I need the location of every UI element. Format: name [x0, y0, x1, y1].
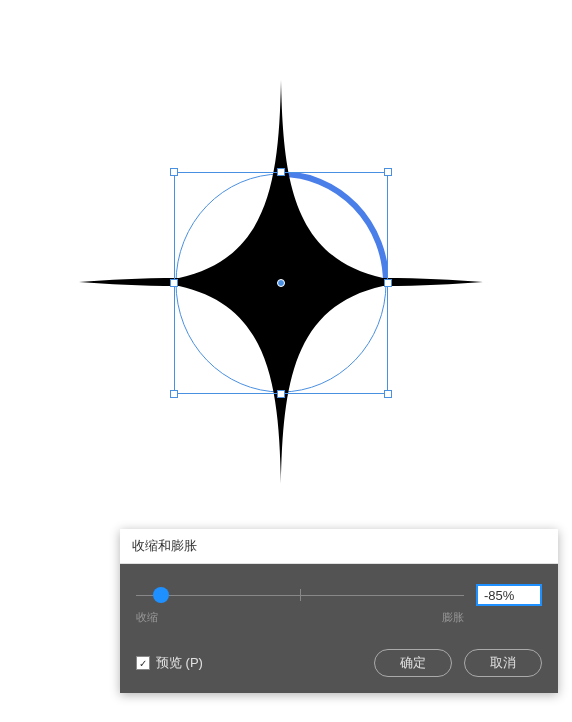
- slider-thumb[interactable]: [153, 587, 169, 603]
- resize-handle-middle-right[interactable]: [384, 279, 392, 287]
- resize-handle-bottom-right[interactable]: [384, 390, 392, 398]
- center-point[interactable]: [277, 279, 285, 287]
- resize-handle-top-left[interactable]: [170, 168, 178, 176]
- resize-handle-top-right[interactable]: [384, 168, 392, 176]
- button-row: ✓ 预览 (P) 确定 取消: [136, 649, 542, 677]
- slider-label-left: 收缩: [136, 610, 158, 625]
- dialog-body: 收缩 膨胀 ✓ 预览 (P) 确定 取消: [120, 564, 558, 693]
- preview-checkbox-group[interactable]: ✓ 预览 (P): [136, 654, 203, 672]
- dialog-title: 收缩和膨胀: [120, 529, 558, 564]
- slider-label-right: 膨胀: [442, 610, 464, 625]
- slider-labels: 收缩 膨胀: [136, 610, 542, 625]
- resize-handle-bottom-middle[interactable]: [277, 390, 285, 398]
- resize-handle-middle-left[interactable]: [170, 279, 178, 287]
- slider-center-tick: [300, 589, 301, 601]
- preview-label: 预览 (P): [156, 654, 203, 672]
- selection-bounding-box[interactable]: [174, 172, 388, 394]
- pucker-bloat-dialog: 收缩和膨胀 收缩 膨胀 ✓ 预览 (P) 确定 取消: [120, 529, 558, 693]
- cancel-button[interactable]: 取消: [464, 649, 542, 677]
- ok-button[interactable]: 确定: [374, 649, 452, 677]
- preview-checkbox[interactable]: ✓: [136, 656, 150, 670]
- slider-track[interactable]: [136, 591, 464, 599]
- slider-row: [136, 584, 542, 606]
- canvas-area[interactable]: 收缩和膨胀 收缩 膨胀 ✓ 预览 (P) 确定 取消: [0, 0, 572, 722]
- resize-handle-bottom-left[interactable]: [170, 390, 178, 398]
- slider-value-input[interactable]: [476, 584, 542, 606]
- resize-handle-top-middle[interactable]: [277, 168, 285, 176]
